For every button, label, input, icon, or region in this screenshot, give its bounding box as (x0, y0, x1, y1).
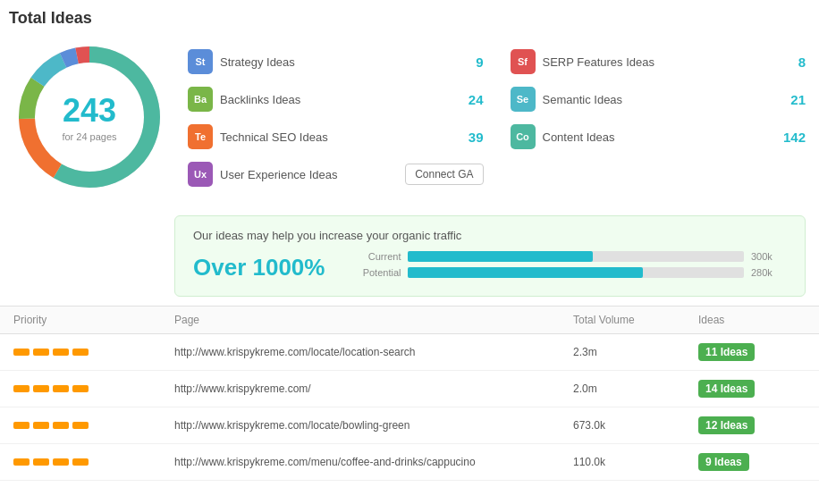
ideas-cell: 14 Ideas (698, 380, 806, 398)
volume-cell: 2.3m (573, 346, 698, 358)
priority-cell (13, 422, 174, 429)
bar-track (408, 267, 744, 278)
bar-label: Current (351, 251, 401, 262)
page-url: http://www.krispykreme.com/locate/bowlin… (174, 419, 573, 432)
ideas-grid: St Strategy Ideas 9 Sf SERP Features Ide… (188, 37, 806, 190)
idea-badge: Ux (188, 162, 213, 187)
table-row: http://www.krispykreme.com/locate/locati… (0, 334, 819, 371)
traffic-title: Our ideas may help you increase your org… (193, 229, 787, 242)
idea-label: Semantic Ideas (543, 93, 781, 106)
idea-badge: Se (511, 87, 536, 112)
idea-row: St Strategy Ideas 9 (188, 46, 484, 78)
idea-badge: Te (188, 124, 213, 149)
table-row: http://www.krispykreme.com/ 2.0m 14 Idea… (0, 371, 819, 407)
bar-fill (408, 267, 643, 278)
priority-dot (53, 458, 69, 466)
priority-dot (33, 385, 49, 392)
bar-fill (408, 251, 593, 262)
volume-cell: 673.0k (573, 419, 698, 432)
priority-cell (13, 385, 174, 392)
priority-dot (13, 385, 30, 392)
idea-count: 9 (466, 55, 484, 70)
donut-total: 243 (62, 92, 116, 130)
ideas-cell: 9 Ideas (698, 453, 806, 471)
idea-row: Se Semantic Ideas 21 (511, 83, 806, 115)
idea-label: Technical SEO Ideas (220, 130, 459, 144)
traffic-box: Our ideas may help you increase your org… (174, 215, 806, 297)
idea-label: Backlinks Ideas (220, 93, 459, 106)
idea-row (511, 158, 806, 190)
priority-dot (72, 349, 89, 356)
priority-dot (72, 458, 89, 466)
column-header: Ideas (698, 314, 806, 326)
table-header: PriorityPageTotal VolumeIdeas (0, 307, 819, 334)
ideas-cell: 11 Ideas (698, 343, 806, 361)
ideas-badge: 14 Ideas (698, 380, 755, 398)
column-header: Priority (13, 314, 174, 326)
idea-row: Te Technical SEO Ideas 39 (188, 121, 484, 153)
page-title: Total Ideas (9, 9, 806, 28)
priority-dot (13, 422, 30, 429)
page-url: http://www.krispykreme.com/locate/locati… (174, 346, 573, 358)
idea-badge: Co (511, 124, 536, 149)
idea-count: 39 (466, 130, 484, 145)
bar-track (408, 251, 744, 262)
priority-dot (13, 349, 30, 356)
table-row: http://www.krispykreme.com/menu/coffee-a… (0, 444, 819, 481)
traffic-bars: Current 300k Potential 280k (351, 251, 787, 283)
idea-badge: St (188, 49, 213, 74)
connect-ga-button[interactable]: Connect GA (405, 164, 483, 185)
ideas-badge: 11 Ideas (698, 343, 755, 361)
column-header: Page (174, 314, 573, 326)
idea-row: Ba Backlinks Ideas 24 (188, 83, 484, 115)
donut-chart: 243 for 24 pages (9, 37, 170, 197)
priority-dot (33, 422, 49, 429)
idea-count: 8 (788, 55, 806, 70)
idea-row: Co Content Ideas 142 (511, 121, 806, 153)
priority-cell (13, 349, 174, 356)
priority-dot (53, 422, 69, 429)
idea-count: 142 (783, 130, 806, 145)
idea-badge: Sf (511, 49, 536, 74)
traffic-highlight: Over 1000% (193, 254, 325, 281)
traffic-bar-row: Potential 280k (351, 267, 787, 278)
page-url: http://www.krispykreme.com/ (174, 382, 573, 395)
ideas-cell: 12 Ideas (698, 416, 806, 434)
bar-value: 300k (751, 251, 787, 262)
ideas-table: PriorityPageTotal VolumeIdeas http://www… (0, 306, 819, 481)
priority-dot (72, 422, 89, 429)
idea-row: Ux User Experience Ideas Connect GA (188, 158, 484, 190)
volume-cell: 110.0k (573, 456, 698, 468)
idea-count: 21 (788, 92, 806, 107)
idea-row: Sf SERP Features Ideas 8 (511, 46, 806, 78)
idea-count: 24 (466, 92, 484, 107)
idea-badge: Ba (188, 87, 213, 112)
priority-cell (13, 458, 174, 466)
volume-cell: 2.0m (573, 382, 698, 395)
page-url: http://www.krispykreme.com/menu/coffee-a… (174, 456, 573, 468)
idea-label: Content Ideas (543, 130, 776, 144)
column-header: Total Volume (573, 314, 698, 326)
priority-dot (53, 349, 69, 356)
idea-label: User Experience Ideas (220, 168, 398, 181)
table-row: http://www.krispykreme.com/locate/bowlin… (0, 407, 819, 444)
ideas-badge: 12 Ideas (698, 416, 755, 434)
priority-dot (53, 385, 69, 392)
bar-label: Potential (351, 267, 401, 278)
bar-value: 280k (751, 267, 787, 278)
ideas-badge: 9 Ideas (698, 453, 749, 471)
donut-subtitle: for 24 pages (62, 131, 116, 142)
traffic-bar-row: Current 300k (351, 251, 787, 262)
idea-label: SERP Features Ideas (543, 55, 781, 69)
priority-dot (72, 385, 89, 392)
priority-dot (13, 458, 30, 466)
priority-dot (33, 458, 49, 466)
idea-label: Strategy Ideas (220, 55, 459, 69)
priority-dot (33, 349, 49, 356)
